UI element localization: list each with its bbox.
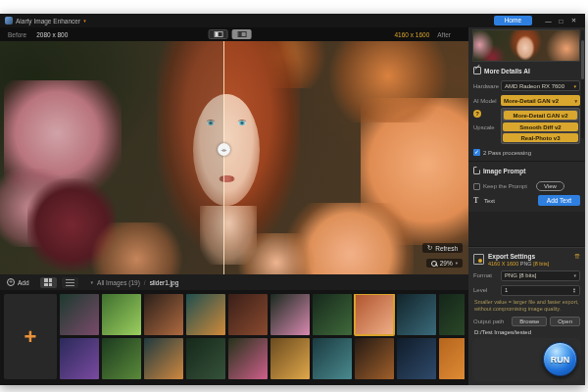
two-pass-label: 2 Pass processing	[483, 150, 531, 156]
thumbnail[interactable]	[313, 294, 352, 335]
model-option[interactable]: More-Detail GAN v2	[504, 111, 577, 120]
split-view-button[interactable]	[232, 29, 252, 39]
refresh-icon: ↻	[427, 244, 432, 252]
single-view-icon	[214, 31, 222, 37]
open-button[interactable]: Open	[550, 317, 580, 326]
format-value: PNG [8 bits]	[505, 272, 536, 278]
text-label: Text	[484, 198, 495, 204]
export-format: PNG	[520, 261, 532, 267]
export-summary: 4160 X 1600 PNG [8 bits]	[488, 261, 570, 267]
grid-view-icon	[44, 278, 52, 286]
level-stepper[interactable]: 1 ▲ ▼	[501, 285, 580, 296]
image-prompt-header: Image Prompt	[468, 162, 585, 176]
model-options-list: More-Detail GAN v2 Smooth Diff v2 Real-P…	[501, 108, 580, 144]
add-image-button[interactable]: + Add	[7, 278, 29, 286]
collapse-section-icon[interactable]: ⇈	[574, 253, 580, 261]
before-size: 2080 x 800	[36, 31, 68, 38]
refresh-button[interactable]: ↻ Refresh	[422, 243, 463, 253]
keep-prompt-checkbox[interactable]	[473, 183, 480, 190]
thumbnail[interactable]	[228, 294, 268, 335]
hardware-select[interactable]: AMD Radeon RX 7600 ▾	[501, 80, 580, 91]
image-prompt-icon	[473, 167, 480, 174]
thumbnail[interactable]	[60, 294, 99, 335]
thumbnail[interactable]	[397, 338, 436, 379]
thumbnail[interactable]	[355, 338, 394, 379]
browse-button[interactable]: Browse	[512, 317, 547, 326]
ai-model-value: More-Detail GAN v2	[504, 98, 559, 104]
run-button[interactable]: RUN	[543, 342, 577, 376]
thumbnail[interactable]	[228, 338, 268, 379]
export-size: 4160 X 1600	[488, 261, 518, 267]
thumbnail[interactable]	[144, 338, 183, 379]
magnifier-icon	[431, 261, 437, 267]
single-view-button[interactable]	[209, 29, 228, 39]
title-caret-icon[interactable]: ▾	[83, 18, 86, 24]
thumbnail[interactable]	[397, 294, 436, 335]
maximize-button[interactable]: □	[555, 18, 567, 24]
app-window: Aiarty Image Enhancer ▾ Home — □ ✕ Befor…	[0, 14, 585, 385]
app-icon	[5, 17, 13, 24]
list-view-button[interactable]	[62, 277, 78, 288]
thumbnail[interactable]	[313, 338, 352, 379]
panel-scrollbar-thumb[interactable]	[581, 40, 584, 79]
more-details-icon	[473, 67, 481, 74]
all-images-label[interactable]: All Images (19)	[97, 279, 140, 286]
add-tile-plus-icon: +	[24, 327, 37, 347]
stepper-down-icon[interactable]: ▼	[572, 290, 576, 293]
model-dropdown-area: ? Upscale More-Detail GAN v2 Smooth Diff…	[468, 108, 585, 144]
thumbnail[interactable]	[439, 338, 465, 379]
list-view-icon	[66, 279, 74, 286]
thumbnail-rows	[60, 294, 465, 381]
images-filter-caret-icon[interactable]: ▾	[91, 279, 94, 285]
before-label: Before	[8, 31, 26, 38]
model-option[interactable]: Smooth Diff v2	[503, 122, 578, 131]
thumbnail-selected[interactable]	[355, 294, 394, 335]
format-select[interactable]: PNG [8 bits] ▾	[501, 270, 580, 281]
settings-panel: More Details AI Hardware AMD Radeon RX 7…	[468, 27, 585, 385]
thumbnail[interactable]	[144, 294, 183, 335]
current-file-label: slider1.jpg	[150, 279, 179, 286]
subject-eye-right	[238, 121, 246, 125]
after-size: 4160 x 1600	[394, 31, 429, 38]
add-text-button[interactable]: Add Text	[538, 195, 580, 206]
thumbnail[interactable]	[186, 338, 225, 379]
home-button[interactable]: Home	[494, 16, 532, 25]
thumbnail[interactable]	[102, 338, 141, 379]
compare-divider[interactable]	[223, 41, 224, 274]
compare-viewer: ◂▸ ↻ Refresh 29% ▾	[0, 41, 468, 274]
chevron-down-icon: ▾	[574, 98, 577, 104]
two-pass-checkbox[interactable]: ✓	[473, 149, 480, 156]
grid-view-button[interactable]	[40, 277, 57, 288]
thumbnail[interactable]	[60, 338, 99, 379]
keep-prompt-label: Keep the Prompt	[483, 183, 527, 189]
more-details-title: More Details AI	[484, 68, 530, 74]
model-option[interactable]: Real-Photo v3	[503, 133, 578, 142]
thumbnail[interactable]	[270, 338, 310, 379]
add-image-tile[interactable]: +	[4, 294, 57, 379]
thumbnail[interactable]	[102, 294, 141, 335]
thumbnail[interactable]	[439, 294, 465, 335]
compare-handle-icon[interactable]: ◂▸	[218, 143, 230, 156]
thumb-row2	[60, 338, 465, 379]
view-button[interactable]: View	[536, 181, 564, 191]
preview-image	[472, 29, 580, 62]
help-icon[interactable]: ?	[473, 110, 481, 118]
minimize-button[interactable]: —	[542, 18, 555, 24]
thumbnail[interactable]	[186, 294, 225, 335]
ai-model-select[interactable]: More-Detail GAN v2 ▾	[501, 95, 580, 106]
panel-scrollbar	[581, 30, 584, 138]
thumbnail[interactable]	[270, 294, 310, 335]
zoom-control[interactable]: 29% ▾	[426, 259, 463, 268]
file-breadcrumb: ▾ All Images (19) / slider1.jpg	[91, 279, 179, 286]
level-label: Level	[473, 287, 498, 293]
refresh-label: Refresh	[435, 245, 458, 252]
library-toolbar: + Add ▾ All Images (19) / slider1.jpg	[0, 274, 468, 290]
zoom-caret-icon: ▾	[456, 261, 458, 266]
compare-info-bar: Before 2080 x 800 4160 x 1600 After	[0, 27, 468, 41]
after-label: After	[437, 31, 451, 38]
level-hint: Smaller value = larger file and faster e…	[474, 299, 579, 313]
thumbnail-strip: +	[0, 290, 468, 385]
close-button[interactable]: ✕	[567, 17, 580, 24]
export-settings-icon	[473, 254, 484, 265]
thumb-row1	[60, 294, 465, 335]
